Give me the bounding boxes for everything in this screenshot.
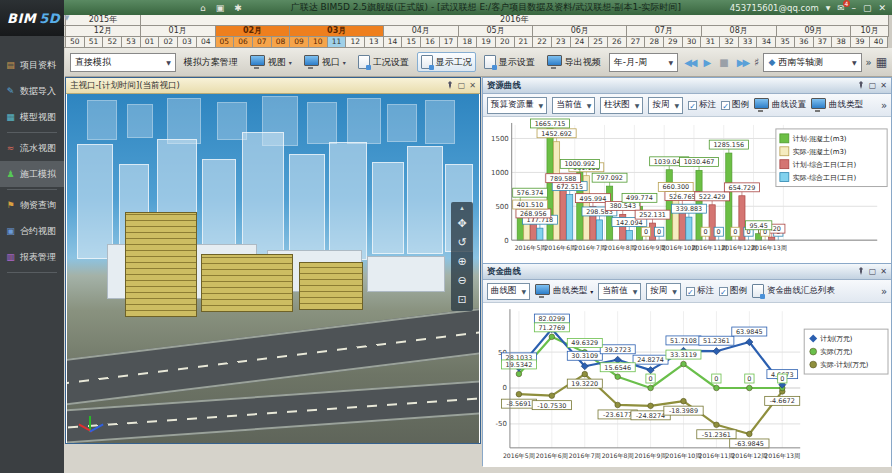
timeline-week-06[interactable]: 06	[234, 37, 253, 48]
time-scale-dropdown[interactable]: 年-月-周▼	[609, 53, 678, 72]
resource-type-dropdown[interactable]: 预算资源量▼	[487, 97, 547, 114]
export-video-button[interactable]: 导出视频	[543, 52, 605, 72]
legend-checkbox[interactable]: ✓图例	[719, 285, 747, 297]
timeline-month-6[interactable]: 06月	[533, 26, 627, 37]
home-icon[interactable]: ⌂	[200, 3, 206, 13]
resource-overflow-button[interactable]: »	[881, 100, 887, 111]
timeline-week-11[interactable]: 11	[328, 37, 347, 48]
sidebar-item-contract-view[interactable]: ▣合约视图	[0, 218, 64, 244]
display-setting-button[interactable]: 显示设置	[480, 52, 539, 72]
zoom-out-icon[interactable]: ⊖	[457, 275, 466, 287]
save-icon[interactable]: ▣	[216, 3, 225, 13]
timeline-week-38[interactable]: 38	[832, 37, 851, 48]
account-chevron-icon[interactable]: ▼	[826, 4, 831, 11]
settings-icon[interactable]: ✱	[234, 3, 242, 13]
condition-setting-button[interactable]: 工况设置	[354, 52, 413, 72]
timeline-week-28[interactable]: 28	[645, 37, 664, 48]
close-icon[interactable]: ✕	[469, 81, 476, 90]
timeline-week-10[interactable]: 10	[309, 37, 328, 48]
maximize-button[interactable]: ▢	[863, 3, 872, 13]
timeline-month-8[interactable]: 08月	[702, 26, 777, 37]
plan-manage-button[interactable]: 模拟方案管理	[180, 53, 242, 72]
timeline-week-20[interactable]: 20	[496, 37, 515, 48]
sidebar-item-material-query[interactable]: ⚑物资查询	[0, 192, 64, 218]
close-button[interactable]: ✕	[878, 3, 886, 13]
rewind-button[interactable]: ◀◀	[682, 57, 697, 68]
viewport-tools-collapse-icon[interactable]: ▴	[460, 205, 464, 211]
timeline-week-08[interactable]: 08	[272, 37, 291, 48]
timeline-week-22[interactable]: 22	[533, 37, 552, 48]
app-logo[interactable]: BIM 5D ▼	[0, 0, 64, 36]
chart-style-dropdown[interactable]: 曲线图▼	[487, 283, 530, 300]
zoom-window-icon[interactable]: ⊡	[457, 294, 466, 306]
toolbar-overflow-button[interactable]: »	[866, 57, 872, 68]
timeline-week-52[interactable]: 52	[103, 37, 122, 48]
timeline-week-36[interactable]: 36	[795, 37, 814, 48]
pin-icon[interactable]	[857, 267, 865, 277]
curve-type-button[interactable]: 曲线类型▾	[535, 284, 593, 298]
timeline-month-1[interactable]: 01月	[141, 26, 216, 37]
timeline-week-09[interactable]: 09	[290, 37, 309, 48]
timeline-week-40[interactable]: 40	[870, 37, 889, 48]
orbit-icon[interactable]: ↺	[457, 237, 466, 249]
timeline-week-23[interactable]: 23	[552, 37, 571, 48]
timeline-week-39[interactable]: 39	[851, 37, 870, 48]
animation-path-icon[interactable]: ♯	[754, 56, 759, 69]
timeline-week-03[interactable]: 03	[178, 37, 197, 48]
chart-style-dropdown[interactable]: 柱状图▼	[600, 97, 643, 114]
timeline-week-12[interactable]: 12	[346, 37, 365, 48]
timeline-week-37[interactable]: 37	[814, 37, 833, 48]
timeline-week-24[interactable]: 24	[571, 37, 590, 48]
stop-button[interactable]: ■	[717, 57, 730, 68]
value-mode-dropdown[interactable]: 当前值▼	[552, 97, 595, 114]
timeline-week-29[interactable]: 29	[664, 37, 683, 48]
sidebar-item-project-data[interactable]: ▤项目资料	[0, 52, 64, 78]
sidebar-item-model-view[interactable]: ▦模型视图	[0, 104, 64, 130]
timeline-week-50[interactable]: 50	[66, 37, 85, 48]
viewport-button[interactable]: 视口▾	[300, 52, 350, 72]
timeline-week-51[interactable]: 51	[85, 37, 104, 48]
timeline-week-30[interactable]: 30	[683, 37, 702, 48]
fast-forward-button[interactable]: ▶▶	[735, 57, 750, 68]
timeline-month-3[interactable]: 03月	[290, 26, 384, 37]
play-button[interactable]: ▶	[702, 57, 714, 68]
timeline-month-9[interactable]: 09月	[777, 26, 852, 37]
timeline-week-13[interactable]: 13	[365, 37, 384, 48]
capital-summary-button[interactable]: 资金曲线汇总列表	[752, 284, 835, 298]
zoom-in-icon[interactable]: ⊕	[457, 256, 466, 268]
view-button[interactable]: 视图▾	[246, 52, 296, 72]
gantt-grid-icon[interactable]: ▦	[876, 55, 887, 69]
annotation-checkbox[interactable]: ✓标注	[686, 285, 714, 297]
sidebar-item-report-manage[interactable]: ▥报表管理	[0, 244, 64, 270]
close-icon[interactable]: ✕	[880, 81, 887, 90]
timeline-week-01[interactable]: 01	[141, 37, 160, 48]
timeline-week-04[interactable]: 04	[197, 37, 216, 48]
timeline-week-32[interactable]: 32	[720, 37, 739, 48]
annotation-checkbox[interactable]: ✓标注	[688, 99, 716, 111]
sidebar-item-simulation[interactable]: ♟施工模拟	[0, 161, 64, 187]
capital-overflow-button[interactable]: »	[881, 286, 887, 297]
maximize-icon[interactable]: ▢	[869, 267, 877, 276]
timeline-week-17[interactable]: 17	[440, 37, 459, 48]
timeline-week-35[interactable]: 35	[776, 37, 795, 48]
timeline-month-4[interactable]: 04月	[384, 26, 459, 37]
timeline-week-15[interactable]: 15	[402, 37, 421, 48]
account-label[interactable]: 453715601@qq.com	[730, 3, 819, 13]
maximize-icon[interactable]: ▢	[869, 81, 877, 90]
curve-settings-button[interactable]: 曲线设置	[754, 98, 806, 112]
timeline-week-33[interactable]: 33	[739, 37, 758, 48]
maximize-icon[interactable]: ▢	[458, 81, 466, 90]
view-angle-dropdown[interactable]: ◆西南等轴测▼	[763, 53, 861, 72]
timeline-week-19[interactable]: 19	[477, 37, 496, 48]
pin-icon[interactable]	[857, 81, 865, 91]
timeline-week-14[interactable]: 14	[384, 37, 403, 48]
timeline-week-02[interactable]: 02	[159, 37, 178, 48]
timeline-week-53[interactable]: 53	[122, 37, 141, 48]
timeline-week-21[interactable]: 21	[515, 37, 534, 48]
timeline-week-18[interactable]: 18	[458, 37, 477, 48]
timeline-week-16[interactable]: 16	[421, 37, 440, 48]
timeline-month-10[interactable]: 10月	[851, 26, 888, 37]
sidebar-item-flow-view[interactable]: ≈流水视图	[0, 135, 64, 161]
pan-icon[interactable]: ✥	[457, 218, 466, 230]
period-dropdown[interactable]: 按周▼	[646, 283, 681, 300]
